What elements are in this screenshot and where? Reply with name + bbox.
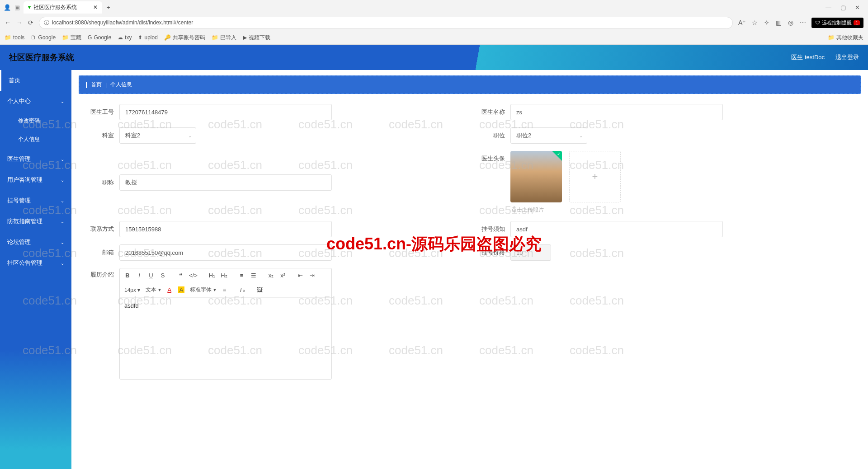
favorite-icon[interactable]: ☆ xyxy=(752,19,758,26)
label-avatar: 医生头像 xyxy=(470,151,510,163)
select-department[interactable] xyxy=(119,127,196,144)
label-phone: 联系方式 xyxy=(79,225,119,233)
chevron-down-icon: ⌄ xyxy=(61,99,64,104)
select-position[interactable] xyxy=(510,127,587,144)
underline-icon[interactable]: U xyxy=(148,272,154,279)
input-doctor-name[interactable] xyxy=(510,104,723,120)
app-title: 社区医疗服务系统 xyxy=(9,52,74,63)
strike-icon[interactable]: S xyxy=(160,272,166,279)
input-price xyxy=(510,244,551,261)
breadcrumb-current: 个人信息 xyxy=(110,81,132,89)
label-resume: 履历介绍 xyxy=(79,268,119,279)
chevron-down-icon: ⌄ xyxy=(61,157,64,162)
new-tab-button[interactable]: + xyxy=(102,4,115,11)
breadcrumb: 首页 | 个人信息 xyxy=(79,75,861,94)
bookmark-item[interactable]: ▶ 视频下载 xyxy=(243,34,270,42)
menu-icon[interactable]: ⋯ xyxy=(800,19,806,26)
input-email[interactable] xyxy=(119,244,332,261)
bookmark-item[interactable]: G Google xyxy=(88,34,111,41)
sidebar-item-announce-mgmt[interactable]: 社区公告管理 ⌄ xyxy=(0,253,71,273)
tab-favicon: ▾ xyxy=(28,4,31,10)
breadcrumb-root[interactable]: 首页 xyxy=(91,81,102,89)
unordered-list-icon[interactable]: ☰ xyxy=(250,272,257,279)
maximize-button[interactable]: ▢ xyxy=(840,4,846,11)
profile-icon[interactable]: ◎ xyxy=(788,19,793,26)
outdent-icon[interactable]: ⇥ xyxy=(309,272,316,279)
sidebar-sub-personal-info[interactable]: 个人信息 xyxy=(0,130,71,149)
browser-tab[interactable]: ▾ 社区医疗服务系统 ✕ xyxy=(24,1,102,14)
sidebar-item-register-mgmt[interactable]: 挂号管理 ⌄ xyxy=(0,190,71,211)
italic-icon[interactable]: I xyxy=(136,272,142,279)
chevron-down-icon: ⌄ xyxy=(61,219,64,224)
editor-content[interactable]: asdfd xyxy=(120,298,331,379)
chevron-down-icon: ⌄ xyxy=(61,178,64,183)
sidebar-item-doctor-mgmt[interactable]: 医生管理 ⌄ xyxy=(0,149,71,169)
chevron-down-icon: ⌄ xyxy=(61,261,64,266)
avatar-thumbnail[interactable]: ✓ xyxy=(510,151,562,202)
bookmark-item[interactable]: 📁tools xyxy=(5,34,24,41)
bookmark-item[interactable]: 🗋 Google xyxy=(31,34,56,41)
main-content: 首页 | 个人信息 医生工号 医生名称 科室 xyxy=(71,70,868,469)
avatar-add-button[interactable]: + xyxy=(569,151,621,202)
label-doctor-name: 医生名称 xyxy=(470,108,510,116)
align-icon[interactable]: ≡ xyxy=(222,286,228,293)
font-size-select[interactable]: 14px ▾ xyxy=(124,287,140,293)
input-doctor-id[interactable] xyxy=(119,104,332,120)
tab-title: 社区医疗服务系统 xyxy=(33,4,77,11)
minimize-button[interactable]: — xyxy=(826,4,831,11)
font-family-select[interactable]: 标准字体 ▾ xyxy=(190,286,216,294)
remote-control-badge[interactable]: 🛡 远程控制提醒 1 xyxy=(811,18,863,28)
collections-icon[interactable]: ▥ xyxy=(776,19,782,26)
forward-button[interactable]: → xyxy=(16,19,23,26)
sidebar-item-personal[interactable]: 个人中心 ⌄ xyxy=(0,91,71,112)
h1-icon[interactable]: H₁ xyxy=(209,272,215,279)
back-button[interactable]: ← xyxy=(5,19,11,26)
subscript-icon[interactable]: x₂ xyxy=(268,272,274,279)
upload-hint: 点击上传照片 xyxy=(511,206,621,214)
extensions-icon[interactable]: ✧ xyxy=(764,19,769,26)
sidebar: 首页 个人中心 ⌄ 修改密码 个人信息 医生管理 ⌄ 用户咨询管理 ⌄ 挂号管理… xyxy=(0,70,71,469)
sidebar-item-guide-mgmt[interactable]: 防范指南管理 ⌄ xyxy=(0,211,71,232)
code-icon[interactable]: </> xyxy=(189,272,198,279)
label-notice: 挂号须知 xyxy=(470,225,510,233)
logout-link[interactable]: 退出登录 xyxy=(835,53,859,61)
text-color-icon[interactable]: A xyxy=(166,286,173,293)
bookmark-item[interactable]: ☁ txy xyxy=(118,34,132,41)
ordered-list-icon[interactable]: ≡ xyxy=(239,272,245,279)
input-title[interactable] xyxy=(119,174,332,191)
label-department: 科室 xyxy=(79,131,119,140)
address-bar[interactable]: ⓘ localhost:8080/shequyiliaofw/admin/dis… xyxy=(39,17,733,29)
bookmark-item[interactable]: ⬆ uplod xyxy=(138,34,157,41)
close-window-button[interactable]: ✕ xyxy=(855,4,860,11)
rich-editor: B I U S ❝ </> H₁ H₂ ≡ xyxy=(119,268,332,380)
reader-icon[interactable]: A⁺ xyxy=(738,19,745,26)
sidebar-home[interactable]: 首页 xyxy=(0,70,71,91)
chevron-down-icon: ⌄ xyxy=(61,240,64,245)
quote-icon[interactable]: ❝ xyxy=(177,272,184,279)
label-position: 职位 xyxy=(470,131,510,140)
indent-icon[interactable]: ⇤ xyxy=(297,272,304,279)
bg-color-icon[interactable]: A xyxy=(178,286,185,293)
superscript-icon[interactable]: x² xyxy=(280,272,286,279)
image-icon[interactable]: 🖼 xyxy=(257,286,263,293)
text-type-select[interactable]: 文本 ▾ xyxy=(146,286,160,294)
bold-icon[interactable]: B xyxy=(124,272,131,279)
clear-format-icon[interactable]: Tₓ xyxy=(239,286,245,293)
sidebar-item-forum-mgmt[interactable]: 论坛管理 ⌄ xyxy=(0,232,71,253)
bookmark-item[interactable]: 📁已导入 xyxy=(212,34,236,42)
info-icon: ⓘ xyxy=(44,19,49,27)
refresh-button[interactable]: ⟳ xyxy=(28,19,33,26)
input-phone[interactable] xyxy=(119,221,332,237)
close-icon[interactable]: ✕ xyxy=(93,4,98,10)
label-email: 邮箱 xyxy=(79,249,119,257)
url-text: localhost:8080/shequyiliaofw/admin/dist/… xyxy=(52,19,193,26)
sidebar-sub-change-password[interactable]: 修改密码 xyxy=(0,112,71,130)
input-notice[interactable] xyxy=(510,221,723,237)
h2-icon[interactable]: H₂ xyxy=(221,272,227,279)
bookmark-overflow[interactable]: 📁其他收藏夹 xyxy=(828,34,863,42)
user-label[interactable]: 医生 testDoc xyxy=(791,53,825,61)
sidebar-item-consult-mgmt[interactable]: 用户咨询管理 ⌄ xyxy=(0,169,71,190)
bookmark-item[interactable]: 🔑 共享账号密码 xyxy=(164,34,205,42)
label-doctor-id: 医生工号 xyxy=(79,108,119,116)
bookmark-item[interactable]: 📁宝藏 xyxy=(62,34,81,42)
